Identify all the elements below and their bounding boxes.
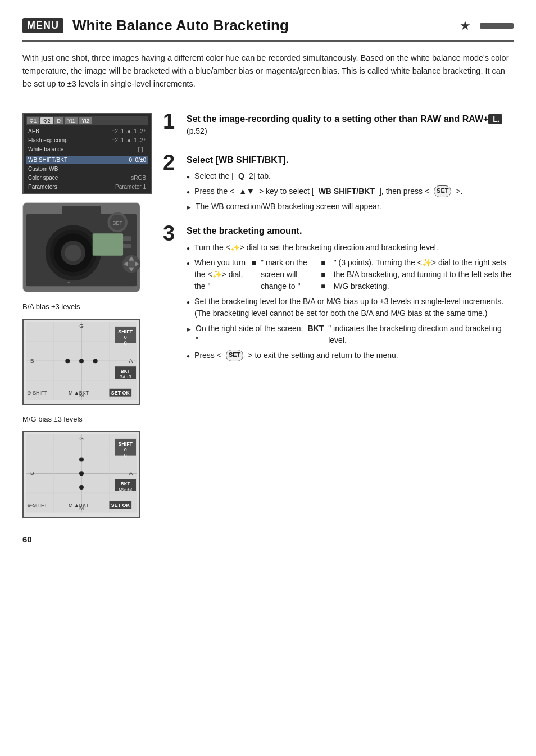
svg-text:B: B <box>30 470 34 476</box>
svg-text:⊕·SHIFT: ⊕·SHIFT <box>27 503 48 508</box>
svg-text:A: A <box>129 357 133 364</box>
step-2-content: Select [WB SHIFT/BKT]. Select the [Q2] t… <box>187 154 514 213</box>
step-3-bullet-1: Turn the <✨> dial to set the bracketing … <box>187 242 514 253</box>
svg-text:SHIFT: SHIFT <box>118 328 133 334</box>
tab-d: D <box>54 117 64 124</box>
svg-text:A: A <box>129 470 133 476</box>
step-2-bullet-1: Select the [Q2] tab. <box>187 170 514 182</box>
right-column: 1 Set the image-recording quality to a s… <box>163 113 514 518</box>
step-3-title: Set the bracketing amount. <box>187 225 514 237</box>
svg-point-34 <box>93 359 98 363</box>
step-3-content: Set the bracketing amount. Turn the <✨> … <box>187 225 514 361</box>
title-bar-decoration <box>480 23 514 29</box>
menu-row-wb-shift: WB SHIFT/BKT 0, 0/±0 <box>26 156 148 164</box>
step-2-arrow: The WB correction/WB bracketing screen w… <box>187 201 514 212</box>
tab-yt2: Yt2 <box>79 117 93 124</box>
svg-text:SET OK: SET OK <box>111 390 130 395</box>
svg-text:M ▲BKT: M ▲BKT <box>69 390 89 395</box>
step-3-number: 3 <box>163 223 179 244</box>
svg-text:G: G <box>79 322 84 328</box>
star-icon: ★ <box>460 19 471 33</box>
svg-point-33 <box>79 359 84 363</box>
menu-badge: MENU <box>22 18 63 33</box>
menu-row-wb: White balance 【】 <box>26 145 148 155</box>
mg-wb-chart: G M B A SHIFT 0 0 BKT MG ±3 <box>22 431 140 518</box>
menu-row-aeb: AEB ⁻2..1..●..1..2⁺ <box>26 127 148 135</box>
svg-text:0: 0 <box>124 452 127 458</box>
menu-row-color-space: Color space sRGB <box>26 174 148 182</box>
step-2-title: Select [WB SHIFT/BKT]. <box>187 154 514 166</box>
svg-point-32 <box>65 359 70 363</box>
svg-text:SET: SET <box>113 220 123 225</box>
section-divider <box>22 105 514 105</box>
svg-text:⊕·SHIFT: ⊕·SHIFT <box>27 390 48 395</box>
svg-rect-2 <box>62 206 101 220</box>
left-column: Q1 Q2 D Yt1 Yt2 AEB ⁻2..1..●..1..2⁺ Flas… <box>22 113 152 518</box>
step-2: 2 Select [WB SHIFT/BKT]. Select the [Q2]… <box>163 154 514 213</box>
step-1: 1 Set the image-recording quality to a s… <box>163 113 514 142</box>
step-3-bullet-3: Set the bracketing level for the B/A or … <box>187 296 514 319</box>
tab-q1: Q1 <box>27 117 39 124</box>
svg-text:0: 0 <box>124 334 127 339</box>
svg-text:*: * <box>67 280 70 286</box>
camera-menu-screenshot: Q1 Q2 D Yt1 Yt2 AEB ⁻2..1..●..1..2⁺ Flas… <box>22 113 152 194</box>
svg-text:MG ±3: MG ±3 <box>119 487 132 492</box>
intro-text: With just one shot, three images having … <box>22 52 514 91</box>
mg-bias-label: M/G bias ±3 levels <box>22 415 152 423</box>
svg-text:SHIFT: SHIFT <box>118 441 133 447</box>
camera-menu-tabs: Q1 Q2 D Yt1 Yt2 <box>26 116 148 125</box>
svg-point-59 <box>79 485 84 490</box>
page-number: 60 <box>22 535 514 544</box>
step-2-bullets: Select the [Q2] tab. Press the < ▲▼ > ke… <box>187 170 514 212</box>
camera-menu-rows: AEB ⁻2..1..●..1..2⁺ Flash exp comp ⁻2..1… <box>26 127 148 191</box>
step-3-arrow-1: On the right side of the screen, "BKT" i… <box>187 323 514 346</box>
menu-row-parameters: Parameters Parameter 1 <box>26 183 148 191</box>
svg-text:BA ±3: BA ±3 <box>120 374 132 379</box>
svg-point-57 <box>79 458 84 462</box>
svg-text:M ▲BKT: M ▲BKT <box>69 503 89 508</box>
step-1-number: 1 <box>163 111 179 132</box>
step-3-bullet-4: Press <SET> to exit the setting and retu… <box>187 350 514 361</box>
svg-text:SET OK: SET OK <box>111 503 130 508</box>
svg-text:BKT: BKT <box>121 369 130 374</box>
ba-bias-label: B/A bias ±3 levels <box>22 302 152 311</box>
svg-rect-14 <box>93 233 123 256</box>
step-1-content: Set the image-recording quality to a set… <box>187 113 514 142</box>
step-2-bullet-2: Press the < ▲▼ > key to select [WB SHIFT… <box>187 185 514 197</box>
svg-point-58 <box>79 471 84 476</box>
svg-text:0: 0 <box>124 339 127 345</box>
camera-body-illustration: SET * <box>22 202 140 292</box>
svg-text:B: B <box>30 357 34 364</box>
menu-row-custom-wb: Custom WB <box>26 165 148 173</box>
svg-text:BKT: BKT <box>121 481 130 486</box>
main-content: Q1 Q2 D Yt1 Yt2 AEB ⁻2..1..●..1..2⁺ Flas… <box>22 113 514 518</box>
step-1-title: Set the image-recording quality to a set… <box>187 113 514 137</box>
menu-row-flash: Flash exp comp ⁻2..1..●..1..2⁺ <box>26 136 148 144</box>
step-3-bullet-2: When you turn the <✨> dial, the "■" mark… <box>187 257 514 292</box>
page-title: White Balance Auto Bracketing <box>72 17 451 34</box>
svg-text:G: G <box>79 435 84 441</box>
tab-q2: Q2 <box>40 117 53 124</box>
ba-wb-chart: G M B A SHIFT 0 0 BKT BA ±3 <box>22 319 140 405</box>
svg-point-7 <box>65 245 81 261</box>
step-3-bullets: Turn the <✨> dial to set the bracketing … <box>187 242 514 361</box>
tab-yt1: Yt1 <box>65 117 78 124</box>
step-2-number: 2 <box>163 152 179 173</box>
step-3: 3 Set the bracketing amount. Turn the <✨… <box>163 225 514 361</box>
svg-point-20 <box>128 260 135 267</box>
svg-text:0: 0 <box>124 447 127 452</box>
page-header: MENU White Balance Auto Bracketing ★ <box>22 17 514 42</box>
